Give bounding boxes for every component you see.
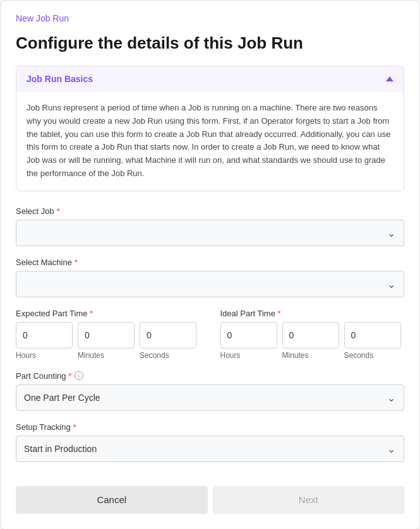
cancel-button[interactable]: Cancel — [16, 486, 208, 514]
part-counting-info-icon[interactable]: i — [75, 371, 83, 380]
part-counting-label: Part Counting * i — [16, 371, 404, 381]
ideal-hours-group: Hours — [220, 322, 277, 360]
select-job-section: Select Job * ⌄ — [16, 206, 404, 246]
collapsible-body: Job Runs represent a period of time when… — [16, 92, 404, 191]
part-counting-section: Part Counting * i One Part Per Cycle Mul… — [16, 371, 404, 411]
ideal-part-time-label: Ideal Part Time * — [220, 309, 405, 318]
ideal-time-inputs: Hours Minutes Seconds — [220, 322, 405, 360]
select-machine-wrapper: ⌄ — [16, 271, 404, 297]
modal-container: New Job Run Configure the details of thi… — [0, 0, 420, 529]
required-star-machine: * — [75, 258, 78, 267]
ideal-minutes-label: Minutes — [282, 351, 309, 360]
select-job-label: Select Job * — [16, 206, 404, 216]
part-time-section: Expected Part Time * Hours Minutes Secon… — [16, 309, 404, 360]
breadcrumb[interactable]: New Job Run — [16, 13, 404, 23]
select-machine-section: Select Machine * ⌄ — [16, 258, 404, 297]
expected-minutes-input[interactable] — [78, 322, 135, 348]
expected-seconds-group: Seconds — [140, 322, 196, 360]
expected-minutes-label: Minutes — [78, 351, 104, 360]
next-button[interactable]: Next — [213, 486, 405, 514]
chevron-up-icon — [386, 76, 393, 81]
expected-part-time-block: Expected Part Time * Hours Minutes Secon… — [16, 309, 200, 360]
expected-hours-label: Hours — [16, 351, 36, 360]
collapsible-header-title: Job Run Basics — [27, 74, 93, 84]
expected-hours-group: Hours — [16, 322, 73, 360]
expected-hours-input[interactable] — [16, 322, 73, 348]
expected-part-time-label: Expected Part Time * — [16, 309, 200, 318]
collapsible-header[interactable]: Job Run Basics — [16, 66, 404, 92]
ideal-seconds-input[interactable] — [344, 322, 401, 348]
expected-seconds-label: Seconds — [140, 351, 169, 360]
setup-tracking-dropdown[interactable]: Start in Production Start in Setup — [16, 436, 404, 462]
footer-buttons: Cancel Next — [16, 473, 404, 514]
job-run-basics-section: Job Run Basics Job Runs represent a peri… — [16, 66, 404, 191]
ideal-hours-input[interactable] — [220, 322, 277, 348]
select-job-dropdown[interactable] — [16, 220, 404, 246]
ideal-hours-label: Hours — [220, 351, 241, 360]
part-counting-dropdown[interactable]: One Part Per Cycle Multiple Parts Per Cy… — [16, 384, 404, 411]
setup-tracking-label: Setup Tracking * — [16, 422, 404, 432]
select-machine-label: Select Machine * — [16, 258, 404, 267]
ideal-seconds-group: Seconds — [344, 322, 401, 360]
ideal-minutes-input[interactable] — [282, 322, 339, 348]
part-counting-wrapper: One Part Per Cycle Multiple Parts Per Cy… — [16, 384, 404, 411]
select-job-wrapper: ⌄ — [16, 220, 404, 246]
ideal-part-time-block: Ideal Part Time * Hours Minutes Seconds — [220, 309, 405, 360]
ideal-seconds-label: Seconds — [344, 351, 374, 360]
required-star: * — [57, 206, 60, 216]
setup-tracking-section: Setup Tracking * Start in Production Sta… — [16, 422, 404, 462]
collapsible-body-text: Job Runs represent a period of time when… — [27, 102, 393, 181]
expected-minutes-group: Minutes — [78, 322, 135, 360]
expected-time-inputs: Hours Minutes Seconds — [16, 322, 200, 360]
select-machine-dropdown[interactable] — [16, 271, 404, 297]
expected-seconds-input[interactable] — [140, 322, 196, 348]
setup-tracking-wrapper: Start in Production Start in Setup ⌄ — [16, 436, 404, 462]
page-title: Configure the details of this Job Run — [16, 33, 404, 53]
ideal-minutes-group: Minutes — [282, 322, 339, 360]
